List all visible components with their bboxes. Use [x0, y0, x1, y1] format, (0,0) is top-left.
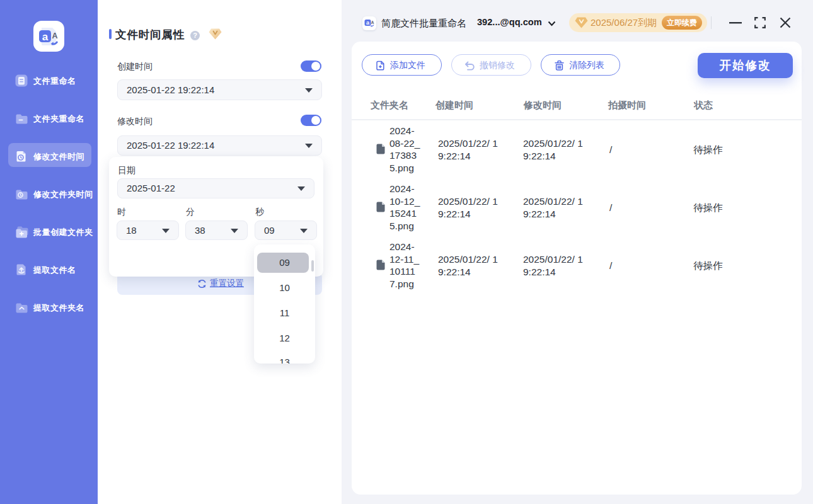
svg-text:A: A: [371, 20, 374, 25]
svg-text:a: a: [42, 31, 49, 43]
svg-text:A: A: [52, 32, 57, 40]
